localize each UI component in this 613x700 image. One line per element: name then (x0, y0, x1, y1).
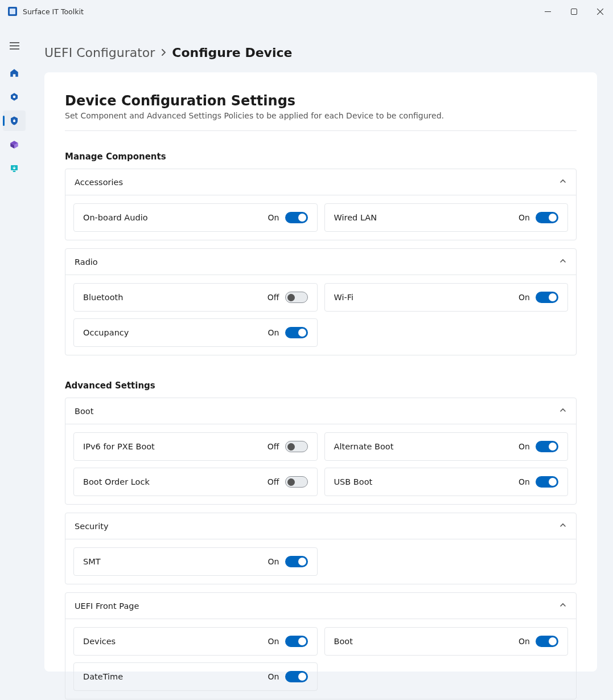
svg-point-7 (13, 96, 16, 99)
expander-header[interactable]: Security (65, 513, 576, 539)
close-button[interactable] (587, 0, 613, 23)
toggle-state-text: On (268, 328, 279, 337)
nav-toggle-button[interactable] (3, 35, 26, 56)
setting-row: USB Boot On (324, 468, 569, 496)
setting-row: Boot Order Lock Off (73, 468, 318, 496)
toggle-state-text: On (519, 213, 530, 222)
toggle-state-text: On (519, 477, 530, 486)
svg-rect-11 (13, 171, 16, 172)
minimize-button[interactable] (534, 0, 561, 23)
setting-label: Bluetooth (83, 293, 123, 302)
nav-data-eraser[interactable] (3, 87, 26, 107)
toggle-state-text: On (519, 637, 530, 646)
chevron-up-icon (559, 257, 567, 267)
toggle-state-text: On (268, 672, 279, 681)
svg-rect-9 (14, 119, 15, 120)
section-heading: Manage Components (65, 152, 577, 162)
setting-label: Wi-Fi (334, 293, 354, 302)
chevron-right-icon (161, 48, 166, 58)
nav-home[interactable] (3, 63, 26, 83)
toggle-wrap: Off (268, 441, 308, 452)
breadcrumb-parent[interactable]: UEFI Configurator (44, 46, 155, 60)
toggle-switch[interactable] (285, 441, 308, 452)
expander: Security SMT On (65, 513, 577, 584)
nav-uefi-configurator[interactable] (3, 110, 26, 131)
toggle-switch[interactable] (285, 556, 308, 567)
titlebar: Surface IT Toolkit (0, 0, 613, 23)
toggle-state-text: Off (268, 293, 279, 302)
setting-label: IPv6 for PXE Boot (83, 442, 155, 451)
toggle-switch[interactable] (536, 636, 558, 647)
toggle-switch[interactable] (285, 476, 308, 488)
breadcrumb: UEFI Configurator Configure Device (44, 46, 597, 60)
expander: Accessories On-board Audio On Wired LAN … (65, 169, 577, 240)
app-icon (8, 7, 17, 16)
setting-row: Boot On (324, 627, 569, 656)
setting-row: Bluetooth Off (73, 283, 318, 312)
expander-title: UEFI Front Page (75, 601, 139, 611)
setting-label: Alternate Boot (334, 442, 394, 451)
main: UEFI Configurator Configure Device Devic… (28, 23, 613, 700)
maximize-button[interactable] (561, 0, 587, 23)
page-title: Device Configuration Settings (65, 93, 577, 109)
setting-row: Wired LAN On (324, 203, 569, 232)
setting-label: USB Boot (334, 477, 373, 486)
setting-label: Devices (83, 637, 116, 646)
expander: UEFI Front Page Devices On Boot On (65, 592, 577, 699)
nav-tool-library[interactable] (3, 158, 26, 179)
toggle-switch[interactable] (285, 671, 308, 682)
content-card: Device Configuration Settings Set Compon… (44, 72, 597, 672)
expander-body: On-board Audio On Wired LAN On (65, 195, 576, 240)
toggle-state-text: On (268, 557, 279, 566)
toggle-wrap: Off (268, 476, 308, 488)
expander-title: Boot (75, 407, 93, 416)
expander: Radio Bluetooth Off Wi-Fi On Oc (65, 248, 577, 355)
divider (65, 130, 577, 131)
chevron-up-icon (559, 406, 567, 416)
setting-row: IPv6 for PXE Boot Off (73, 432, 318, 461)
toggle-switch[interactable] (536, 441, 558, 452)
setting-row: On-board Audio On (73, 203, 318, 232)
setting-row: Wi-Fi On (324, 283, 569, 312)
toggle-switch[interactable] (536, 212, 558, 223)
section-heading: Advanced Settings (65, 380, 577, 391)
toggle-switch[interactable] (285, 212, 308, 223)
setting-row: DateTime On (73, 662, 318, 691)
toggle-wrap: On (519, 441, 558, 452)
setting-label: DateTime (83, 672, 123, 681)
chevron-up-icon (559, 521, 567, 531)
expander-title: Accessories (75, 178, 123, 187)
setting-label: Boot Order Lock (83, 477, 150, 486)
toggle-switch[interactable] (285, 636, 308, 647)
svg-rect-1 (571, 9, 577, 14)
setting-label: Wired LAN (334, 213, 377, 222)
toggle-switch[interactable] (536, 292, 558, 303)
sidebar (0, 23, 28, 700)
expander-header[interactable]: Radio (65, 249, 576, 275)
toggle-switch[interactable] (536, 476, 558, 488)
page-description: Set Component and Advanced Settings Poli… (65, 111, 577, 120)
expander-header[interactable]: Boot (65, 398, 576, 424)
toggle-switch[interactable] (285, 327, 308, 338)
toggle-wrap: Off (268, 292, 308, 303)
toggle-wrap: On (519, 212, 558, 223)
expander-body: Devices On Boot On DateTime On (65, 619, 576, 699)
toggle-state-text: On (268, 637, 279, 646)
svg-rect-8 (13, 120, 15, 122)
expander-header[interactable]: Accessories (65, 169, 576, 195)
nav-recovery-tool[interactable] (3, 134, 26, 155)
toggle-wrap: On (268, 327, 308, 338)
toggle-state-text: Off (268, 477, 279, 486)
toggle-wrap: On (268, 671, 308, 682)
expander-header[interactable]: UEFI Front Page (65, 593, 576, 619)
window-controls (534, 0, 613, 23)
toggle-state-text: On (519, 293, 530, 302)
setting-row: Alternate Boot On (324, 432, 569, 461)
toggle-switch[interactable] (285, 292, 308, 303)
toggle-wrap: On (519, 476, 558, 488)
toggle-state-text: Off (268, 442, 279, 451)
expander-body: Bluetooth Off Wi-Fi On Occupancy On (65, 275, 576, 355)
setting-row: Occupancy On (73, 318, 318, 347)
breadcrumb-current: Configure Device (172, 46, 292, 60)
titlebar-left: Surface IT Toolkit (8, 7, 84, 16)
